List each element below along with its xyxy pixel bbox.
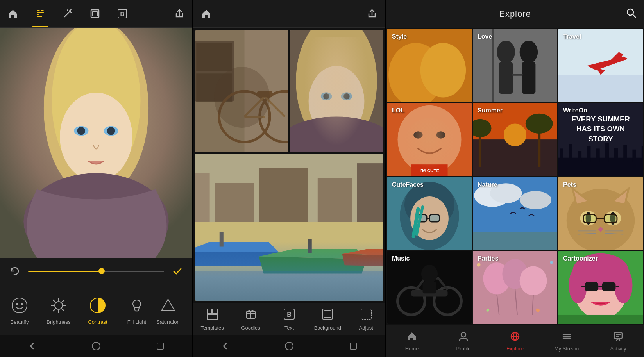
- collage-cell-girl[interactable]: [290, 30, 383, 152]
- collage-home-icon[interactable]: [201, 8, 212, 19]
- svg-text:B: B: [287, 311, 292, 318]
- collage-cell-boats[interactable]: [195, 154, 383, 301]
- adjust-tool[interactable]: Adjust: [349, 308, 384, 331]
- editor-toolbar: B: [0, 0, 192, 28]
- nav-activity[interactable]: Activity: [599, 331, 638, 352]
- collage-cell-bike[interactable]: [195, 30, 288, 152]
- explore-title: Explore: [499, 9, 531, 19]
- saturation-tool[interactable]: Saturation: [156, 284, 180, 335]
- nav-explore[interactable]: Explore: [496, 331, 535, 352]
- parties-cell[interactable]: Parties: [473, 251, 557, 324]
- svg-line-32: [63, 309, 64, 311]
- love-cell[interactable]: Love: [473, 29, 557, 102]
- profile-nav-label: Profile: [456, 346, 471, 352]
- goodies-icon: [245, 308, 257, 323]
- cutefaces-label: CuteFaces: [392, 181, 424, 188]
- my-stream-nav-icon: [562, 331, 572, 344]
- filllight-label: Fill Light: [127, 319, 146, 325]
- lol-label: LOL: [392, 107, 404, 114]
- undo-button[interactable]: [6, 262, 23, 280]
- svg-rect-123: [623, 145, 627, 162]
- my-stream-nav-label: My Stream: [555, 346, 579, 352]
- style-cell[interactable]: Style: [387, 29, 472, 102]
- svg-rect-151: [583, 214, 596, 223]
- music-cell[interactable]: Music: [387, 251, 472, 324]
- explore-panel: Explore Style: [386, 0, 644, 357]
- search-button[interactable]: [626, 8, 636, 20]
- collage-toolbar: [193, 0, 385, 28]
- svg-rect-69: [220, 232, 224, 247]
- svg-rect-3: [37, 14, 39, 15]
- nature-label: Nature: [478, 181, 497, 188]
- brightness-tool[interactable]: Brightness: [39, 284, 78, 335]
- photo-editor-panel: B: [0, 0, 193, 357]
- beautify-label: Beautify: [11, 319, 29, 325]
- home-nav-label: Home: [405, 346, 419, 352]
- svg-rect-125: [642, 146, 643, 162]
- svg-rect-118: [578, 151, 581, 162]
- collage-nav-bar: [193, 335, 385, 357]
- svg-point-53: [296, 30, 377, 147]
- svg-text:STORY: STORY: [588, 135, 613, 143]
- svg-line-33: [63, 300, 64, 302]
- svg-rect-121: [605, 143, 609, 162]
- cartoonizer-label: Cartoonizer: [563, 255, 598, 262]
- back-button[interactable]: [22, 336, 42, 356]
- confirm-button[interactable]: [169, 262, 186, 280]
- collage-share-icon[interactable]: [367, 8, 377, 19]
- nature-cell[interactable]: Nature: [473, 177, 557, 250]
- nav-home[interactable]: Home: [392, 331, 431, 352]
- collage-home-nav-button[interactable]: [279, 336, 299, 356]
- svg-line-34: [53, 309, 55, 311]
- tools-icon[interactable]: [32, 5, 48, 22]
- music-label: Music: [392, 255, 410, 262]
- text-icon[interactable]: B: [114, 5, 131, 22]
- svg-rect-2: [41, 10, 44, 11]
- portrait-image: [0, 28, 192, 258]
- explore-bottom-nav: Home Profile Explore: [386, 325, 644, 357]
- svg-rect-4: [37, 16, 42, 17]
- svg-rect-124: [632, 150, 636, 162]
- svg-point-178: [614, 267, 633, 303]
- svg-rect-39: [157, 343, 163, 349]
- collage-back-button[interactable]: [215, 336, 235, 356]
- cutefaces-cell[interactable]: CuteFaces: [387, 177, 472, 250]
- svg-point-56: [341, 92, 352, 100]
- svg-rect-1: [37, 10, 40, 11]
- goodies-tool[interactable]: Goodies: [233, 308, 268, 331]
- home-nav-button[interactable]: [86, 336, 106, 356]
- recent-apps-button[interactable]: [150, 336, 170, 356]
- travel-cell[interactable]: Travel: [558, 29, 643, 102]
- templates-tool[interactable]: Templates: [195, 308, 230, 331]
- share-icon[interactable]: [171, 5, 188, 22]
- svg-line-31: [53, 300, 55, 302]
- svg-rect-73: [213, 309, 217, 314]
- travel-label: Travel: [563, 33, 581, 40]
- cartoonizer-cell[interactable]: Cartoonizer: [558, 251, 643, 324]
- contrast-tool[interactable]: Contrast: [78, 284, 117, 335]
- beautify-tool[interactable]: Beautify: [0, 284, 39, 335]
- frame-icon[interactable]: [87, 5, 103, 22]
- text-tool[interactable]: B Text: [272, 308, 307, 331]
- lol-cell[interactable]: I'M CUTE LOL: [387, 103, 472, 176]
- svg-rect-120: [596, 149, 599, 162]
- style-label: Style: [392, 33, 407, 40]
- svg-rect-179: [585, 282, 598, 291]
- pets-cell[interactable]: Pets: [558, 177, 643, 250]
- wand-icon[interactable]: [59, 5, 76, 22]
- brightness-slider[interactable]: [28, 267, 164, 275]
- summer-cell[interactable]: Summer: [473, 103, 557, 176]
- background-icon: [322, 308, 333, 323]
- svg-text:B: B: [120, 11, 125, 17]
- nav-profile[interactable]: Profile: [444, 331, 483, 352]
- nav-my-stream[interactable]: My Stream: [547, 331, 586, 352]
- filllight-tool[interactable]: Fill Light: [117, 284, 156, 335]
- home-icon[interactable]: [5, 5, 21, 22]
- svg-point-25: [21, 303, 23, 305]
- svg-point-102: [436, 131, 445, 139]
- collage-recent-button[interactable]: [343, 336, 363, 356]
- background-tool[interactable]: Background: [310, 308, 345, 331]
- svg-point-26: [55, 302, 63, 309]
- svg-rect-51: [195, 30, 288, 152]
- writeon-cell[interactable]: EVERY SUMMER HAS ITS OWN STORY WriteOn: [558, 103, 643, 176]
